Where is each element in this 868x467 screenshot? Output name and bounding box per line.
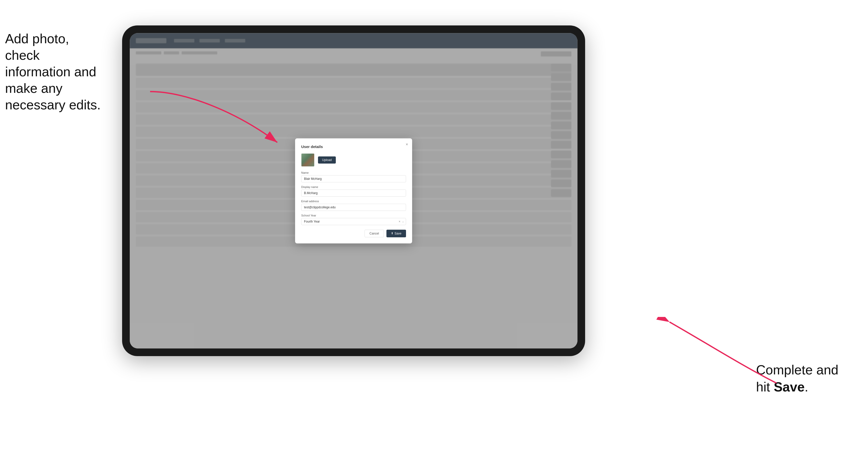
- modal-title: User details: [301, 145, 406, 149]
- annotation-left: Add photo, check information and make an…: [5, 31, 107, 113]
- modal-footer: Cancel ⬆ Save: [301, 230, 406, 237]
- display-name-field-group: Display name: [301, 185, 406, 197]
- modal-overlay: User details × Upload Name Disp: [130, 33, 578, 348]
- display-name-label: Display name: [301, 185, 406, 188]
- photo-section: Upload: [301, 153, 406, 166]
- name-input[interactable]: [301, 175, 406, 182]
- school-year-input[interactable]: [301, 218, 406, 225]
- email-input[interactable]: [301, 204, 406, 211]
- save-button[interactable]: ⬆ Save: [386, 230, 406, 237]
- cancel-button[interactable]: Cancel: [365, 230, 384, 237]
- save-icon: ⬆: [391, 232, 393, 235]
- photo-thumbnail: [301, 153, 314, 166]
- school-year-select-wrapper: × ⌄: [301, 218, 406, 225]
- annotation-right-bold: Save: [774, 379, 804, 394]
- annotation-right: Complete and hit Save.: [756, 362, 853, 396]
- annotation-right-suffix: .: [805, 379, 808, 394]
- school-year-field-group: School Year × ⌄: [301, 214, 406, 225]
- name-field-group: Name: [301, 171, 406, 182]
- profile-photo: [302, 154, 314, 166]
- email-field-group: Email address: [301, 200, 406, 211]
- chevron-down-icon[interactable]: ⌄: [402, 220, 404, 223]
- upload-photo-button[interactable]: Upload: [318, 156, 336, 163]
- school-year-label: School Year: [301, 214, 406, 217]
- school-year-clear-icon[interactable]: ×: [399, 220, 400, 223]
- email-label: Email address: [301, 200, 406, 203]
- name-label: Name: [301, 171, 406, 174]
- tablet-screen: User details × Upload Name Disp: [130, 33, 578, 348]
- display-name-input[interactable]: [301, 189, 406, 197]
- modal-close-button[interactable]: ×: [406, 143, 408, 147]
- save-button-label: Save: [395, 232, 401, 235]
- user-details-modal: User details × Upload Name Disp: [295, 138, 412, 243]
- tablet-frame: User details × Upload Name Disp: [122, 25, 585, 356]
